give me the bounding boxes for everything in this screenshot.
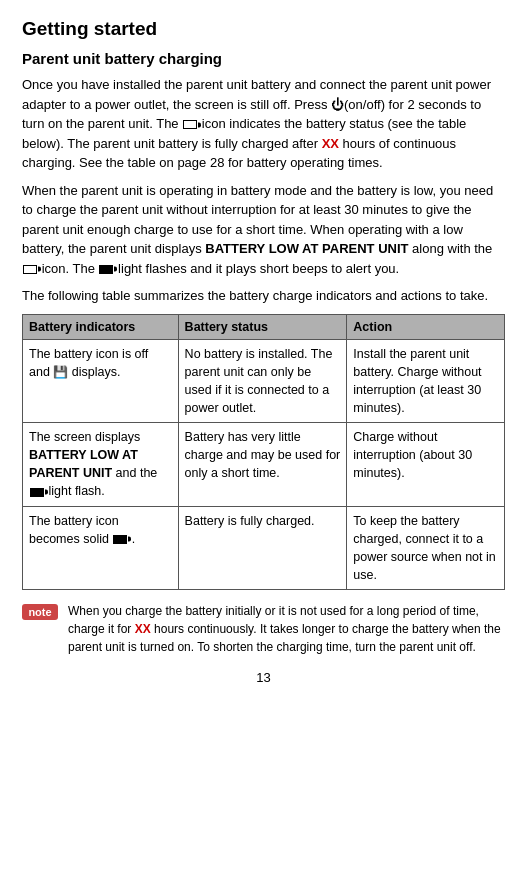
note-xx: XX — [135, 622, 151, 636]
page-number: 13 — [22, 670, 505, 685]
table-cell-action-1: Install the parent unit battery. Charge … — [347, 339, 505, 423]
table-row: The screen displays BATTERY LOW AT PAREN… — [23, 423, 505, 507]
table-cell-indicator-1: The battery icon is off and 💾 displays. — [23, 339, 179, 423]
battery-outline-icon-2 — [23, 265, 37, 274]
p2-bold-text: BATTERY LOW AT PARENT UNIT — [205, 241, 408, 256]
table-header-indicators: Battery indicators — [23, 314, 179, 339]
cd-icon: 💾 — [53, 365, 68, 379]
table-cell-indicator-3: The battery icon becomes solid . — [23, 506, 179, 590]
table-header-status: Battery status — [178, 314, 347, 339]
note-box: note When you charge the battery initial… — [22, 602, 505, 656]
battery-outline-icon-1 — [183, 120, 197, 129]
p2-text-end: light flashes and it plays short beeps t… — [118, 261, 399, 276]
battery-solid-icon-2 — [113, 535, 127, 544]
paragraph-1: Once you have installed the parent unit … — [22, 75, 505, 173]
table-cell-indicator-2: The screen displays BATTERY LOW AT PAREN… — [23, 423, 179, 507]
note-text: When you charge the battery initially or… — [68, 602, 505, 656]
note-label: note — [22, 604, 58, 620]
battery-table: Battery indicators Battery status Action… — [22, 314, 505, 591]
table-row: The battery icon is off and 💾 displays. … — [23, 339, 505, 423]
table-cell-status-3: Battery is fully charged. — [178, 506, 347, 590]
table-cell-status-2: Battery has very little charge and may b… — [178, 423, 347, 507]
p2-text-mid2: icon. The — [42, 261, 99, 276]
table-cell-action-2: Charge without interruption (about 30 mi… — [347, 423, 505, 507]
table-row: The battery icon becomes solid . Battery… — [23, 506, 505, 590]
table-cell-action-3: To keep the battery charged, connect it … — [347, 506, 505, 590]
section-title: Parent unit battery charging — [22, 50, 505, 67]
table-header-action: Action — [347, 314, 505, 339]
table-cell-status-1: No battery is installed. The parent unit… — [178, 339, 347, 423]
page-title: Getting started — [22, 18, 505, 40]
p2-text-mid: along with the — [412, 241, 492, 256]
power-icon: ⏻ — [331, 97, 344, 112]
paragraph-3: The following table summarizes the batte… — [22, 286, 505, 306]
paragraph-2: When the parent unit is operating in bat… — [22, 181, 505, 279]
battery-solid-icon-flash — [30, 488, 44, 497]
battery-solid-icon-1 — [99, 265, 113, 274]
p1-text-power: (on/off) — [344, 97, 385, 112]
p1-xx: XX — [322, 136, 339, 151]
